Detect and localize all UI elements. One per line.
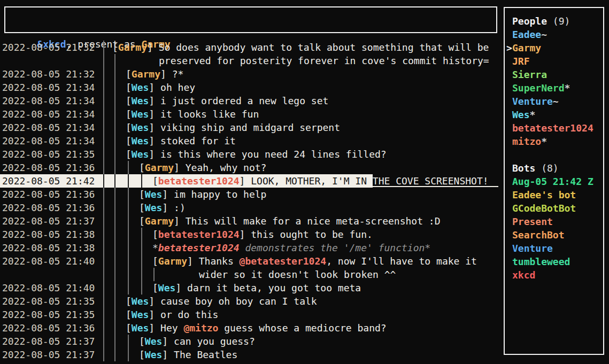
user-list-item[interactable]: Venture	[506, 242, 603, 255]
nick: Wes	[158, 282, 176, 293]
message-text: ]	[149, 296, 160, 307]
message-text: or do this	[160, 309, 218, 320]
user-list-item[interactable]: tumbleweed	[506, 255, 603, 268]
user-name: Sierra	[512, 69, 547, 80]
user-list-item[interactable]: Eadee~	[506, 28, 603, 41]
message: [betatester1024] this ought to be fun.	[152, 228, 373, 241]
user-list-item[interactable]: Sierra	[506, 68, 603, 81]
message-text: [	[126, 322, 132, 334]
user-name: mitzo	[512, 136, 541, 147]
chat-line[interactable]: 2022-08-05 21:38*betatester1024 demonstr…	[0, 241, 499, 254]
nick: Wes	[132, 135, 149, 146]
message-text: [	[126, 296, 132, 307]
message-text: Hey	[160, 322, 183, 334]
user-list-item[interactable]: Wes*	[506, 108, 603, 121]
mention[interactable]: @mitzo	[183, 322, 218, 334]
user-list-item[interactable]: JRF	[506, 55, 603, 68]
nick: Garmy	[132, 68, 160, 80]
chat-line[interactable]: 2022-08-05 21:35[Wes] or do this	[0, 308, 499, 321]
message-text: LOOK, MOTHER, I'M IN	[251, 175, 373, 187]
column-separator-segment	[103, 174, 104, 188]
chat-line[interactable]: 2022-08-05 21:34[Wes] it looks like fun	[0, 107, 499, 121]
user-status-suffix: *	[541, 136, 547, 147]
message-text: ]	[160, 68, 172, 80]
mention[interactable]: @betatester1024	[240, 255, 327, 267]
message-text: [	[126, 82, 132, 93]
thread-guide	[114, 67, 115, 81]
timestamp: 2022-08-05 21:36	[2, 161, 95, 174]
message-text: *	[152, 242, 158, 253]
chat-line[interactable]: 2022-08-05 21:36[Wes] :)	[0, 201, 499, 214]
nick: Wes	[132, 322, 149, 334]
chat-line[interactable]: wider so it doesn't look broken ^^	[0, 268, 499, 281]
thread-guide	[141, 268, 142, 281]
message-text: is this where you need 24 lines filled?	[160, 149, 387, 160]
message-text: [	[126, 122, 132, 133]
chat-line[interactable]: 2022-08-05 21:37[Garmy] This will make f…	[0, 214, 499, 228]
chat-line[interactable]: 2022-08-05 21:42[betatester1024] LOOK, M…	[0, 174, 499, 188]
message-text: [	[126, 149, 132, 160]
nick: Wes	[132, 82, 149, 93]
nick: Wes	[145, 349, 163, 360]
wrap-continuation-guide	[153, 268, 155, 281]
thread-guide	[128, 254, 129, 268]
chat-line[interactable]: preserved for posterity forever in cove'…	[0, 54, 499, 67]
active-user-marker	[506, 81, 512, 95]
chat-line[interactable]: 2022-08-05 21:32[Garmy] So does anybody …	[0, 41, 499, 54]
chat-line[interactable]: 2022-08-05 21:40[Wes] darn it beta, you …	[0, 281, 499, 295]
thread-guide	[114, 348, 115, 361]
user-list-item[interactable]: SearchBot	[506, 228, 603, 242]
active-user-marker	[506, 55, 512, 68]
user-list-item[interactable]: SuperNerd*	[506, 81, 603, 95]
thread-guide	[114, 134, 115, 148]
user-list-item[interactable]: >Garmy	[506, 41, 603, 55]
message: [Wes] im happy to help	[139, 188, 266, 201]
chat-line[interactable]: 2022-08-05 21:37[Wes] can you guess?	[0, 335, 499, 348]
user-list-item[interactable]: Eadee's bot	[506, 188, 603, 202]
user-name: Venture	[512, 96, 553, 107]
nick: Wes	[145, 202, 163, 213]
user-list-item[interactable]: mitzo*	[506, 135, 603, 148]
message-text: :)	[174, 202, 186, 213]
chat-line[interactable]: 2022-08-05 21:38[betatester1024] this ou…	[0, 228, 499, 241]
user-list-item[interactable]: xkcd	[506, 268, 603, 282]
chat-line[interactable]: 2022-08-05 21:34[Wes] viking ship and mi…	[0, 121, 499, 134]
active-user-marker	[506, 95, 512, 108]
chat-line[interactable]: 2022-08-05 21:37[Wes] The Beatles	[0, 348, 499, 361]
chat-line[interactable]: 2022-08-05 21:36[Garmy] Yeah, why not?	[0, 161, 499, 174]
message: [Wes] or do this	[126, 308, 218, 321]
thread-guide	[114, 281, 115, 295]
thread-guide	[114, 94, 115, 107]
user-list-item[interactable]: Venture~	[506, 95, 603, 108]
chat-line[interactable]: 2022-08-05 21:35[Wes] cause boy oh boy c…	[0, 295, 499, 308]
message-text: [	[112, 42, 118, 53]
user-list-item[interactable]: Aug-05 21:42 Z	[506, 175, 603, 188]
thread-guide	[114, 214, 115, 228]
nick: Wes	[132, 95, 149, 106]
active-user-marker	[506, 228, 512, 242]
user-name: GCodeBotBot	[512, 203, 576, 214]
message-text: ]	[240, 175, 251, 187]
chat-line[interactable]: 2022-08-05 21:34[Wes] oh hey	[0, 81, 499, 94]
chat-line[interactable]: 2022-08-05 21:35[Wes] is this where you …	[0, 148, 499, 161]
chat-line[interactable]: 2022-08-05 21:36[Wes] im happy to help	[0, 188, 499, 201]
message: [Wes] darn it beta, you got too meta	[152, 281, 361, 295]
message-text: [	[139, 349, 145, 360]
chat-line[interactable]: 2022-08-05 21:40[Garmy] Thanks @betatest…	[0, 254, 499, 268]
message-text: Yeah, why not?	[186, 162, 267, 173]
message-text: [	[139, 215, 145, 227]
user-list-item[interactable]: Present	[506, 215, 603, 228]
chat-line[interactable]: 2022-08-05 21:36[Wes] Hey @mitzo guess w…	[0, 321, 499, 335]
nick: Wes	[145, 189, 163, 200]
chat-line[interactable]: 2022-08-05 21:34[Wes] i just ordered a n…	[0, 94, 499, 107]
message-text: ]	[174, 162, 186, 173]
chat-line[interactable]: 2022-08-05 21:34[Wes] stoked for it	[0, 134, 499, 148]
user-name: tumbleweed	[512, 256, 570, 267]
timestamp: 2022-08-05 21:37	[2, 348, 95, 361]
nick: Wes	[132, 122, 149, 133]
user-name: Aug-05 21:42 Z	[512, 176, 593, 187]
user-list-item[interactable]: GCodeBotBot	[506, 202, 603, 215]
heading-prefix	[506, 14, 512, 28]
user-list-item[interactable]: betatester1024	[506, 121, 603, 135]
chat-line[interactable]: 2022-08-05 21:32[Garmy] ?*	[0, 67, 499, 81]
